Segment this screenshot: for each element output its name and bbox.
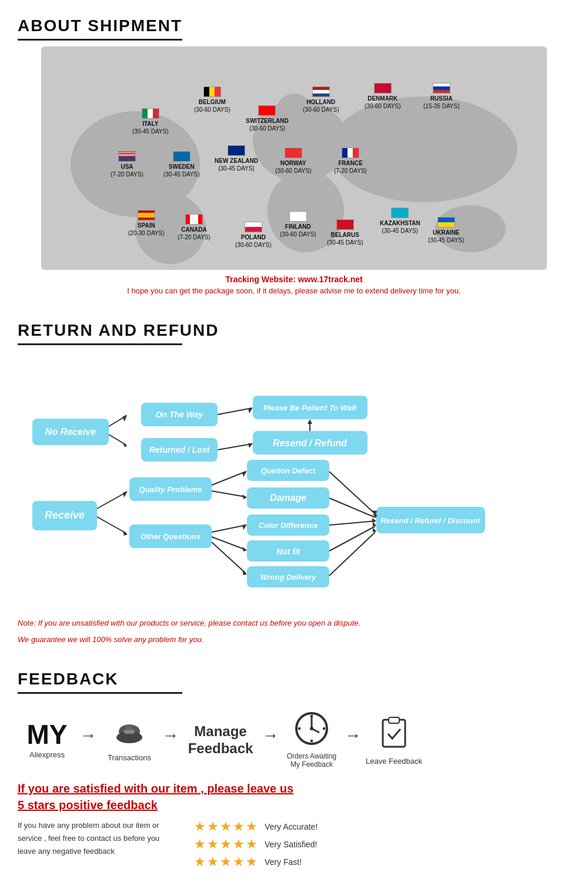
orders-awaiting-label: Orders AwaitingMy Feedback xyxy=(287,752,337,769)
orders-clock-icon xyxy=(295,711,329,750)
country-ukraine: UKRAINE(30-45 DAYS) xyxy=(428,217,465,244)
shipment-title: ABOUT SHIPMENT xyxy=(6,6,582,39)
svg-line-47 xyxy=(97,517,126,533)
svg-text:Please Be Patient To Wait: Please Be Patient To Wait xyxy=(263,403,357,412)
fb-transactions: Transactions xyxy=(100,719,159,762)
refund-divider xyxy=(18,343,182,345)
svg-line-45 xyxy=(97,492,126,509)
country-france: FRANCE(7-20 DAYS) xyxy=(334,148,367,175)
svg-marker-56 xyxy=(242,547,247,552)
svg-line-25 xyxy=(218,444,252,450)
svg-text:Resend / Refund: Resend / Refund xyxy=(273,438,348,448)
feedback-section: FEEDBACK MY Aliexpress → Transactions → xyxy=(0,656,588,882)
svg-line-76 xyxy=(312,729,319,733)
country-norway: NORWAY(30-60 DAYS) xyxy=(275,148,312,175)
transactions-label: Transactions xyxy=(108,753,151,762)
star-row-1: ★★★★★ Very Accurate! xyxy=(194,819,318,834)
svg-marker-68 xyxy=(373,527,376,532)
leave-feedback-label: Leave Feedback xyxy=(366,757,422,766)
country-poland: POLAND(30-60 DAYS) xyxy=(235,222,272,249)
svg-marker-48 xyxy=(123,531,128,536)
shipment-divider xyxy=(18,39,182,41)
country-holland: HOLLAND(30-60 DAYS) xyxy=(303,86,339,113)
satisfied-heading: If you are satisfied with our item , ple… xyxy=(18,780,570,813)
svg-marker-50 xyxy=(242,471,247,477)
transactions-icon xyxy=(113,719,146,751)
country-switzerland: SWITZERLAND(30-60 DAYS) xyxy=(246,105,289,132)
leave-feedback-icon xyxy=(378,715,410,754)
svg-marker-66 xyxy=(373,522,376,526)
arrow-2: → xyxy=(162,726,179,745)
svg-text:Damage: Damage xyxy=(270,493,306,503)
fb-aliexpress: MY Aliexpress xyxy=(18,721,76,759)
stars-1: ★★★★★ xyxy=(194,819,259,834)
tracking-info: Tracking Website: www.17track.net xyxy=(6,275,582,284)
feedback-flow: MY Aliexpress → Transactions → ManageFee… xyxy=(6,700,582,774)
world-map: ITALY(30-45 DAYS) BELGIUM(30-60 DAYS) SW… xyxy=(41,46,547,270)
svg-text:Color Difference: Color Difference xyxy=(259,521,318,530)
stars-2: ★★★★★ xyxy=(194,837,259,852)
svg-marker-58 xyxy=(242,570,247,575)
transactions-svg xyxy=(113,719,146,747)
country-canada: CANADA(7-20 DAYS) xyxy=(178,214,211,241)
clock-svg xyxy=(295,711,329,746)
country-sweden: SWEDEN(30-45 DAYS) xyxy=(163,151,200,178)
country-russia: RUSSIA(15-35 DAYS) xyxy=(423,83,460,110)
svg-text:Returned / Lost: Returned / Lost xyxy=(149,445,211,455)
feedback-divider xyxy=(18,692,182,694)
bottom-area: If you have any problem about our item o… xyxy=(6,819,582,881)
star-row-3: ★★★★★ Very Fast! xyxy=(194,854,318,870)
country-finland: FINLAND(30-60 DAYS) xyxy=(280,211,316,238)
my-aliexpress-icon: MY xyxy=(27,721,68,748)
fb-manage: ManageFeedback xyxy=(182,723,259,757)
svg-line-23 xyxy=(218,408,252,415)
svg-line-57 xyxy=(212,542,246,573)
stars-3: ★★★★★ xyxy=(194,854,259,870)
star-label-3: Very Fast! xyxy=(265,857,302,867)
svg-text:Wrong Delivery: Wrong Delivery xyxy=(260,573,316,582)
svg-marker-20 xyxy=(122,415,127,422)
country-italy: ITALY(30-45 DAYS) xyxy=(132,108,169,135)
fb-leave: Leave Feedback xyxy=(365,715,423,766)
aliexpress-label: Aliexpress xyxy=(29,750,65,759)
svg-line-53 xyxy=(212,525,246,532)
svg-line-51 xyxy=(212,491,246,497)
country-belarus: BELARUS(30-45 DAYS) xyxy=(327,219,363,246)
refund-note2: We guarantee we will 100% solve any prob… xyxy=(18,633,570,646)
problem-text: If you have any problem about our item o… xyxy=(18,819,171,858)
fb-orders-awaiting: Orders AwaitingMy Feedback xyxy=(282,711,341,769)
clipboard-svg xyxy=(378,715,410,750)
svg-rect-82 xyxy=(389,717,399,723)
svg-marker-26 xyxy=(248,443,253,448)
svg-text:On The Way: On The Way xyxy=(156,410,204,419)
country-usa: USA(7-20 DAYS) xyxy=(111,151,143,178)
svg-text:Receive: Receive xyxy=(45,509,85,521)
country-belgium: BELGIUM(30-60 DAYS) xyxy=(194,86,230,113)
svg-marker-18 xyxy=(308,419,312,424)
svg-text:No Receive: No Receive xyxy=(45,427,96,437)
svg-marker-54 xyxy=(242,524,247,530)
star-label-2: Very Satisfied! xyxy=(265,840,318,849)
svg-text:Quality Problems: Quality Problems xyxy=(139,485,202,494)
svg-text:Resend / Refund / Discount: Resend / Refund / Discount xyxy=(380,516,480,525)
refund-note1: Note: If you are unsatisfied with our pr… xyxy=(18,617,570,630)
refund-title: RETURN AND REFUND xyxy=(6,310,582,343)
svg-line-49 xyxy=(212,472,246,485)
hope-text: I hope you can get the package soon, if … xyxy=(6,286,582,295)
country-new-zealand: NEW ZEALAND(30-45 DAYS) xyxy=(215,145,258,172)
refund-section: RETURN AND REFUND No Receive On The Way … xyxy=(0,307,588,656)
svg-text:Quetion Defect: Quetion Defect xyxy=(261,466,316,475)
refund-flowchart: No Receive On The Way Returned / Lost Pl… xyxy=(12,351,576,610)
star-row-2: ★★★★★ Very Satisfied! xyxy=(194,837,318,852)
arrow-1: → xyxy=(80,726,96,745)
svg-line-55 xyxy=(212,537,246,550)
country-kazakhstan: KAZAKHSTAN(30-45 DAYS) xyxy=(380,208,420,235)
star-label-1: Very Accurate! xyxy=(265,822,318,831)
shipment-section: ABOUT SHIPMENT ITALY(30-45 DAYS) xyxy=(0,0,588,307)
svg-text:Other Questions: Other Questions xyxy=(141,532,201,541)
country-denmark: DENMARK(30-60 DAYS) xyxy=(365,83,401,110)
svg-marker-52 xyxy=(242,495,247,499)
svg-line-63 xyxy=(329,521,375,525)
svg-text:Not fit: Not fit xyxy=(276,547,301,556)
arrow-3: → xyxy=(262,726,279,745)
